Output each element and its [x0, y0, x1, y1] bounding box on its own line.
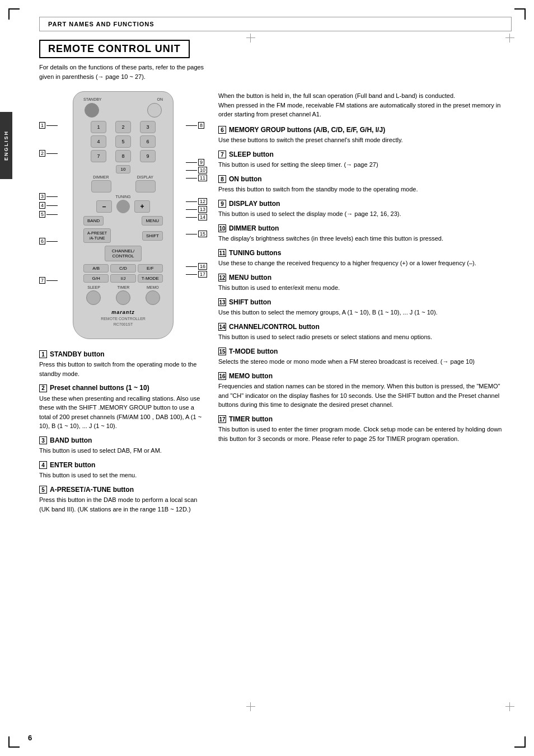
mem-ef-button[interactable]: E/F [138, 264, 163, 273]
desc-5: 5 A-PRESET/A-TUNE button Press this butt… [39, 486, 207, 514]
line-5 [46, 214, 58, 215]
desc-3-text: This button is used to select DAB, FM or… [39, 446, 207, 456]
num-label-5: 5 [39, 211, 45, 218]
corner-mark-tr [514, 8, 526, 20]
label-5: 5 [39, 211, 58, 218]
label-12: 12 [186, 198, 207, 205]
label-1: 1 [39, 122, 58, 129]
dimmer-button[interactable] [91, 180, 111, 192]
desc-12-text: This button is used to enter/exit menu m… [218, 283, 512, 293]
band-button[interactable]: BAND [83, 216, 104, 226]
num-label-6: 6 [39, 238, 45, 245]
full-scan-text: When the button is held in, the full sca… [218, 91, 512, 119]
marantz-logo: marantz [79, 309, 167, 315]
desc-10: 10 DIMMER button The display's brightnes… [218, 224, 512, 243]
label-9: 9 [186, 159, 204, 166]
num-label-7: 7 [39, 277, 45, 284]
num-btn-1[interactable]: 1 [91, 121, 106, 133]
channel-control-button[interactable]: CHANNEL/CONTROL [105, 246, 142, 261]
mem-ij-button[interactable]: I/J [110, 274, 135, 283]
desc-4: 4 ENTER button This button is used to se… [39, 461, 207, 480]
desc-17: 17 TIMER button This button is used to e… [218, 415, 512, 444]
desc-6-text: Use these buttons to switch the preset c… [218, 135, 512, 145]
dimmer-display-row [79, 180, 167, 192]
desc-10-text: The display's brightness switches (in th… [218, 234, 512, 243]
desc-num-13: 13 [218, 298, 226, 306]
remote-controller-label: REMOTE CONTROLLERRC7001ST [101, 317, 146, 326]
num-btn-8[interactable]: 8 [115, 150, 131, 162]
mem-cd-button[interactable]: C/D [110, 264, 135, 273]
memo-button[interactable] [146, 290, 160, 305]
shift-button[interactable]: SHIFT [142, 231, 163, 241]
crosshair-top-left [246, 34, 255, 43]
line-12 [186, 201, 197, 202]
crosshair-bottom-right [505, 702, 514, 711]
num-btn-10[interactable]: 10 [116, 165, 131, 173]
sleep-timer-memo-labels: SLEEP TIMER MEMO [79, 285, 167, 289]
num-btn-7[interactable]: 7 [91, 150, 106, 162]
num-btn-4[interactable]: 4 [91, 135, 106, 148]
page-number: 6 [28, 734, 32, 742]
num-label-3: 3 [39, 193, 45, 200]
desc-14: 14 CHANNEL/CONTROL button This button is… [218, 323, 512, 342]
desc-4-title: 4 ENTER button [39, 461, 207, 469]
label-7: 7 [39, 277, 58, 284]
standby-button[interactable] [85, 103, 99, 118]
mem-gh-button[interactable]: G/H [83, 274, 109, 283]
desc-14-title: 14 CHANNEL/CONTROL button [218, 323, 512, 331]
desc-num-17: 17 [218, 415, 226, 423]
desc-7-text: This button is used for setting the slee… [218, 160, 512, 170]
num-label-17: 17 [198, 271, 207, 278]
line-13 [186, 209, 197, 210]
standby-on-row [79, 103, 167, 118]
display-label: DISPLAY [137, 175, 153, 179]
line-10 [186, 170, 197, 171]
sleep-button[interactable] [86, 290, 101, 305]
line-11 [186, 178, 197, 179]
desc-3-title: 3 BAND button [39, 436, 207, 445]
mem-ab-button[interactable]: A/B [83, 264, 109, 273]
remote-body: STANDBY ON 1 2 3 4 5 6 [73, 91, 174, 339]
num-label-1: 1 [39, 122, 45, 129]
desc-3-label: BAND button [50, 436, 92, 444]
desc-15: 15 T-MODE button Selects the stereo mode… [218, 348, 512, 367]
num-btn-6[interactable]: 6 [140, 135, 156, 148]
num-btn-2[interactable]: 2 [115, 121, 131, 133]
desc-num-11: 11 [218, 249, 226, 257]
num-btn-9[interactable]: 9 [140, 150, 156, 162]
corner-mark-tl [8, 8, 20, 20]
display-button[interactable] [135, 180, 156, 192]
desc-15-text: Selects the stereo mode or mono mode whe… [218, 357, 512, 367]
side-tab-label: ENGLISH [3, 130, 9, 161]
right-column: When the button is held in, the full sca… [218, 91, 512, 519]
on-button[interactable] [147, 103, 162, 118]
tmode-button[interactable]: T-MODE [138, 274, 163, 283]
apreset-atune-button[interactable]: A-PRESET/A-TUNE [83, 228, 111, 243]
num-label-15: 15 [198, 231, 207, 237]
tuning-minus-button[interactable]: – [96, 200, 112, 213]
line-7 [46, 280, 58, 281]
desc-13-title: 13 SHIFT button [218, 298, 512, 307]
num-btn-5[interactable]: 5 [115, 135, 131, 148]
tuning-plus-button[interactable]: + [134, 200, 150, 213]
line-15 [186, 234, 197, 234]
timer-button[interactable] [116, 290, 130, 305]
num-label-13: 13 [198, 206, 207, 213]
desc-num-9: 9 [218, 200, 226, 208]
crosshair-bottom-left [246, 702, 255, 711]
tuning-center-button[interactable] [116, 200, 130, 213]
desc-13: 13 SHIFT button Use this button to selec… [218, 298, 512, 317]
line-14 [186, 217, 197, 218]
corner-mark-bl [8, 736, 20, 748]
num-label-16: 16 [198, 263, 207, 270]
label-10: 10 [186, 167, 207, 173]
desc-11-label: TUNING buttons [229, 249, 281, 257]
desc-8-text: Press this button to switch from the sta… [218, 185, 512, 194]
desc-7: 7 SLEEP button This button is used for s… [218, 151, 512, 170]
line-1 [46, 125, 58, 126]
num-btn-3[interactable]: 3 [140, 121, 156, 133]
desc-16: 16 MEMO button Frequencies and station n… [218, 372, 512, 410]
menu-button[interactable]: MENU [142, 216, 163, 226]
apreset-shift-row: A-PRESET/A-TUNE SHIFT [79, 228, 167, 243]
sleep-label: SLEEP [87, 285, 100, 289]
